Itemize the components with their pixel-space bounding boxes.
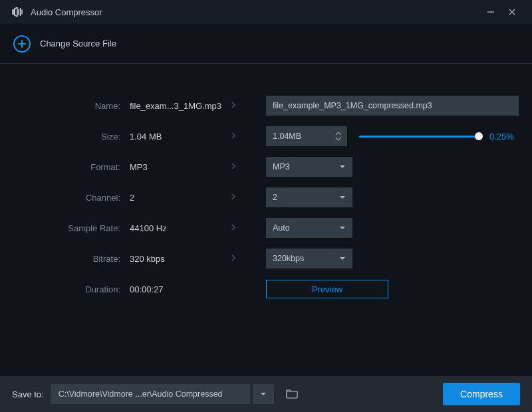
chevron-right-icon <box>229 193 239 202</box>
size-spinbox[interactable]: 1.04MB <box>266 126 347 146</box>
size-target-value: 1.04MB <box>273 132 301 141</box>
change-source-label[interactable]: Change Source File <box>40 39 116 49</box>
format-label: Format: <box>13 162 130 172</box>
channel-select[interactable]: 2 <box>266 187 352 207</box>
size-source: 1.04 MB <box>130 132 229 142</box>
chevron-down-icon <box>339 223 346 233</box>
channel-target-value: 2 <box>273 193 277 202</box>
name-source: file_exam...3_1MG.mp3 <box>130 101 229 111</box>
app-title: Audio Compressor <box>31 7 102 17</box>
chevron-right-icon <box>229 162 239 171</box>
open-folder-button[interactable] <box>281 384 303 404</box>
close-button[interactable] <box>501 3 523 21</box>
name-target-value: file_example_MP3_1MG_compressed.mp3 <box>273 101 432 110</box>
compress-button-label: Compress <box>460 389 503 399</box>
sample-rate-label: Sample Rate: <box>13 223 130 233</box>
chevron-down-icon <box>339 254 346 263</box>
svg-rect-0 <box>287 391 297 398</box>
format-source: MP3 <box>130 162 229 172</box>
duration-source: 00:00:27 <box>130 284 229 294</box>
format-target-value: MP3 <box>273 162 290 171</box>
chevron-right-icon <box>229 132 239 141</box>
compress-button[interactable]: Compress <box>443 383 520 405</box>
preview-button[interactable]: Preview <box>266 280 388 298</box>
size-slider[interactable] <box>359 131 479 142</box>
change-source-row: Change Source File <box>0 24 532 64</box>
size-percent: 0.25% <box>489 132 514 142</box>
chevron-down-icon <box>339 162 346 171</box>
row-format: Format: MP3 MP3 <box>13 152 519 182</box>
row-duration: Duration: 00:00:27 Preview <box>13 274 519 304</box>
titlebar: Audio Compressor <box>0 0 532 24</box>
channel-source: 2 <box>130 193 229 203</box>
chevron-right-icon <box>229 101 239 110</box>
save-path-value: C:\Vidmore\Vidmore ...er\Audio Compresse… <box>59 389 223 399</box>
minimize-button[interactable] <box>480 3 501 21</box>
duration-label: Duration: <box>13 284 130 294</box>
bitrate-select[interactable]: 320kbps <box>266 249 352 268</box>
row-channel: Channel: 2 2 <box>13 182 519 213</box>
add-source-button[interactable] <box>13 35 31 52</box>
preview-button-label: Preview <box>312 284 342 294</box>
bitrate-source: 320 kbps <box>130 254 229 264</box>
app-icon <box>12 7 24 17</box>
bitrate-target-value: 320kbps <box>273 254 304 263</box>
sample-rate-source: 44100 Hz <box>130 223 229 233</box>
chevron-down-icon <box>339 193 346 202</box>
row-size: Size: 1.04 MB 1.04MB 0.25% <box>13 121 519 152</box>
sample-rate-select[interactable]: Auto <box>266 218 352 238</box>
size-label: Size: <box>13 132 130 142</box>
format-select[interactable]: MP3 <box>266 157 352 177</box>
chevron-down-icon <box>260 391 267 397</box>
save-path-input[interactable]: C:\Vidmore\Vidmore ...er\Audio Compresse… <box>51 384 250 404</box>
folder-icon <box>286 389 298 399</box>
name-label: Name: <box>13 101 130 111</box>
save-to-label: Save to: <box>12 389 44 399</box>
row-name: Name: file_exam...3_1MG.mp3 file_example… <box>13 90 519 121</box>
sample-rate-target-value: Auto <box>273 223 290 233</box>
save-path-dropdown[interactable] <box>253 384 274 404</box>
row-sample-rate: Sample Rate: 44100 Hz Auto <box>13 213 519 243</box>
channel-label: Channel: <box>13 193 130 203</box>
bitrate-label: Bitrate: <box>13 254 130 264</box>
main-content: Name: file_exam...3_1MG.mp3 file_example… <box>0 64 532 304</box>
slider-knob[interactable] <box>475 132 483 140</box>
chevron-right-icon <box>229 223 239 233</box>
spin-up-icon[interactable] <box>335 131 342 136</box>
spin-down-icon[interactable] <box>335 136 342 142</box>
bottom-bar: Save to: C:\Vidmore\Vidmore ...er\Audio … <box>0 376 532 412</box>
name-target-input[interactable]: file_example_MP3_1MG_compressed.mp3 <box>266 96 519 116</box>
chevron-right-icon <box>229 254 239 263</box>
row-bitrate: Bitrate: 320 kbps 320kbps <box>13 243 519 274</box>
